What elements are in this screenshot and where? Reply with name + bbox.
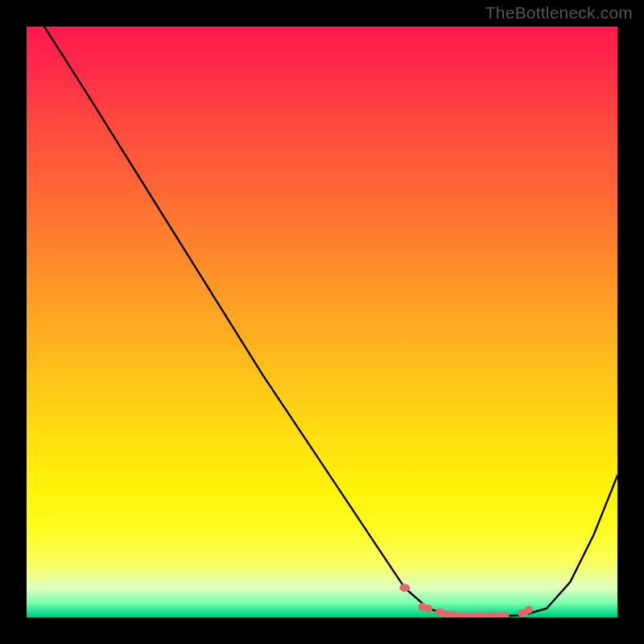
optimal-marker-dot (525, 606, 533, 614)
bottleneck-curve-line (44, 27, 617, 617)
optimal-marker-dot (399, 584, 410, 592)
watermark-text: TheBottleneck.com (485, 3, 633, 23)
chart-plot-area (27, 27, 617, 617)
chart-svg (27, 27, 617, 617)
optimal-marker-dot (502, 612, 510, 617)
optimal-marker-dot (424, 605, 432, 613)
